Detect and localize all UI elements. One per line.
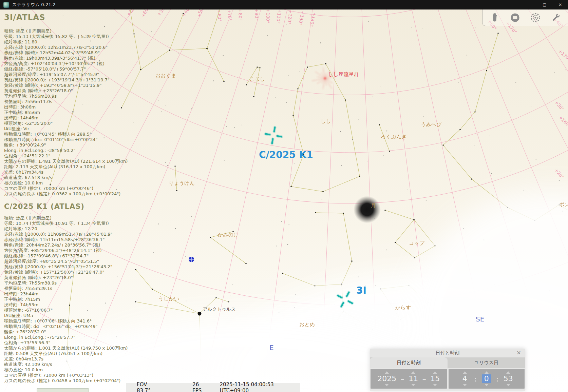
ccd-sensor-icon[interactable] bbox=[508, 11, 522, 24]
star[interactable] bbox=[246, 84, 247, 85]
dialog-titlebar[interactable]: 日付と時刻 ✕ bbox=[370, 349, 525, 357]
star[interactable] bbox=[474, 111, 476, 113]
star[interactable] bbox=[223, 81, 225, 82]
selected-spinner-value: 0 bbox=[482, 374, 491, 383]
maximize-button[interactable]: ▢ bbox=[537, 0, 552, 9]
spin-up-icon[interactable] bbox=[463, 371, 467, 374]
star[interactable] bbox=[257, 66, 258, 68]
minimize-button[interactable]: – bbox=[521, 0, 537, 9]
star[interactable] bbox=[76, 254, 77, 255]
spin-down-icon[interactable] bbox=[485, 384, 489, 386]
moon-label[interactable]: 月 bbox=[371, 202, 376, 209]
star[interactable] bbox=[282, 273, 283, 274]
star[interactable] bbox=[169, 50, 170, 51]
spin-up-icon[interactable] bbox=[385, 371, 389, 374]
star[interactable] bbox=[140, 69, 141, 70]
star bbox=[32, 268, 33, 268]
star[interactable] bbox=[442, 144, 444, 146]
star bbox=[105, 302, 106, 303]
star[interactable] bbox=[210, 237, 211, 238]
star[interactable] bbox=[253, 96, 254, 97]
star[interactable] bbox=[183, 13, 184, 14]
telescope-target-icon[interactable] bbox=[529, 11, 542, 24]
star[interactable] bbox=[384, 210, 386, 211]
star[interactable] bbox=[152, 289, 153, 290]
star[interactable] bbox=[133, 33, 135, 35]
close-button[interactable]: ✕ bbox=[552, 0, 568, 9]
star[interactable] bbox=[84, 60, 86, 62]
sky-view[interactable]: +20+60°+30+40°+50°+60°+70°+80°+90°+100°+… bbox=[0, 0, 568, 392]
star[interactable] bbox=[176, 190, 177, 191]
star[interactable] bbox=[228, 301, 229, 302]
comet-label[interactable]: C/2025 K1 bbox=[259, 149, 313, 160]
dialog-close-icon[interactable]: ✕ bbox=[515, 349, 523, 357]
star[interactable] bbox=[174, 165, 176, 167]
star[interactable] bbox=[359, 176, 360, 177]
star[interactable] bbox=[135, 269, 136, 270]
hour-spinner[interactable]: 4 bbox=[457, 369, 472, 389]
date-separator: – bbox=[421, 369, 428, 389]
second-spinner[interactable]: 53 bbox=[501, 369, 516, 389]
spin-down-icon[interactable] bbox=[506, 384, 510, 386]
star[interactable] bbox=[50, 184, 51, 185]
grid-degree-label: +20° bbox=[0, 170, 8, 182]
star[interactable] bbox=[121, 107, 122, 109]
star[interactable] bbox=[389, 151, 390, 152]
bottom-toolbar-fragment[interactable] bbox=[37, 388, 89, 392]
constellation-line bbox=[50, 61, 85, 185]
star[interactable] bbox=[345, 99, 346, 101]
star[interactable] bbox=[379, 124, 380, 125]
star[interactable] bbox=[497, 33, 499, 34]
spin-up-icon[interactable] bbox=[433, 371, 437, 374]
star[interactable] bbox=[297, 88, 299, 90]
star[interactable] bbox=[413, 219, 415, 220]
star[interactable] bbox=[206, 48, 208, 49]
star[interactable] bbox=[245, 263, 247, 264]
spin-up-icon[interactable] bbox=[411, 371, 415, 374]
spin-down-icon[interactable] bbox=[463, 384, 467, 386]
tab-julian-day[interactable]: ユリウス日 bbox=[448, 357, 525, 368]
star-arcturus[interactable] bbox=[198, 312, 202, 316]
minute-spinner[interactable]: 0 bbox=[479, 369, 494, 389]
star[interactable] bbox=[135, 301, 136, 302]
tab-date-time[interactable]: 日付と時刻 bbox=[370, 357, 448, 368]
star[interactable] bbox=[290, 186, 292, 187]
star[interactable] bbox=[69, 305, 70, 306]
ocular-icon[interactable] bbox=[488, 11, 501, 24]
comet-marker[interactable] bbox=[265, 127, 281, 143]
circled-plus-marker[interactable] bbox=[189, 257, 194, 262]
star[interactable] bbox=[325, 63, 326, 64]
star[interactable] bbox=[315, 212, 316, 213]
star-label[interactable]: アルクトゥルス bbox=[203, 306, 236, 312]
star[interactable] bbox=[292, 115, 294, 116]
star[interactable] bbox=[307, 66, 308, 68]
grid-degree-label: +20° bbox=[554, 168, 565, 180]
spin-down-icon[interactable] bbox=[411, 384, 415, 386]
spin-up-icon[interactable] bbox=[506, 371, 510, 374]
settings-wrench-icon[interactable] bbox=[549, 11, 563, 24]
star bbox=[565, 70, 566, 70]
star[interactable] bbox=[471, 178, 472, 180]
star[interactable] bbox=[395, 242, 396, 243]
star[interactable] bbox=[414, 257, 415, 258]
comet-label[interactable]: 3I bbox=[356, 285, 366, 296]
star[interactable] bbox=[215, 297, 217, 298]
spin-up-icon[interactable] bbox=[485, 371, 489, 374]
star bbox=[291, 174, 291, 175]
spin-down-icon[interactable] bbox=[385, 384, 389, 386]
moon[interactable] bbox=[354, 196, 381, 223]
day-spinner[interactable]: 15 bbox=[428, 369, 442, 389]
star[interactable] bbox=[322, 191, 324, 192]
month-spinner[interactable]: 11 bbox=[406, 369, 421, 389]
star[interactable] bbox=[343, 213, 344, 214]
star bbox=[25, 206, 26, 207]
star[interactable] bbox=[314, 285, 316, 287]
star[interactable] bbox=[72, 111, 74, 113]
star[interactable] bbox=[351, 260, 353, 262]
constellation-label: おおぐま bbox=[155, 73, 176, 79]
spin-down-icon[interactable] bbox=[433, 384, 437, 386]
star[interactable] bbox=[459, 129, 461, 130]
star[interactable] bbox=[259, 67, 261, 68]
year-spinner[interactable]: 2025 bbox=[375, 369, 399, 389]
star[interactable] bbox=[486, 70, 487, 71]
